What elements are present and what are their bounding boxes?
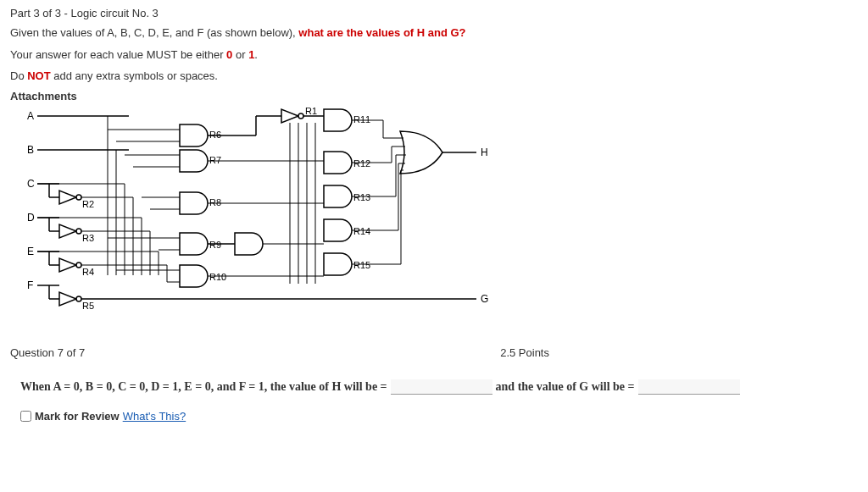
- question-text-2: and the value of G will be =: [496, 380, 635, 394]
- answer-h-input[interactable]: [391, 379, 492, 395]
- svg-text:R5: R5: [82, 301, 94, 311]
- input-b-label: B: [27, 144, 34, 156]
- question-prompt: When A = 0, B = 0, C = 0, D = 1, E = 0, …: [20, 379, 858, 395]
- instr3-not: NOT: [27, 69, 50, 82]
- svg-text:R9: R9: [209, 240, 221, 250]
- svg-point-6: [76, 195, 81, 200]
- gate-extra-and: [235, 233, 263, 255]
- gate-r5: R5: [59, 292, 94, 311]
- input-c-label: C: [27, 178, 35, 190]
- gate-r4: R4: [59, 258, 94, 277]
- mark-review-checkbox[interactable]: [20, 411, 31, 422]
- part-title: Part 3 of 3 - Logic circuit No. 3: [10, 7, 858, 19]
- svg-text:R1: R1: [305, 106, 317, 116]
- svg-text:R6: R6: [209, 130, 221, 140]
- instruction-line-1: Given the values of A, B, C, D, E, and F…: [10, 25, 858, 41]
- svg-text:R11: R11: [353, 114, 370, 124]
- instr2-mid: or: [232, 48, 248, 61]
- gate-r3: R3: [59, 224, 94, 243]
- instr3-suffix: add any extra symbols or spaces.: [51, 69, 218, 82]
- svg-text:R12: R12: [353, 158, 370, 169]
- gate-r1: R1: [281, 106, 317, 123]
- circuit-svg: A B C D E F R2 R3 R4: [19, 106, 527, 343]
- input-d-label: D: [27, 212, 35, 224]
- instr3-prefix: Do: [10, 69, 27, 82]
- instruction-line-2: Your answer for each value MUST be eithe…: [10, 47, 858, 64]
- svg-point-14: [76, 263, 81, 268]
- svg-text:R15: R15: [353, 260, 370, 270]
- svg-point-18: [76, 296, 81, 301]
- output-g-label: G: [481, 293, 488, 305]
- instr1-highlight: what are the values of H and G?: [298, 26, 465, 39]
- output-h-label: H: [481, 146, 488, 158]
- svg-text:R14: R14: [353, 226, 370, 236]
- input-a-label: A: [27, 110, 34, 122]
- svg-text:R4: R4: [82, 267, 94, 277]
- instr1-prefix: Given the values of A, B, C, D, E, and F…: [10, 26, 298, 39]
- svg-text:R7: R7: [209, 155, 221, 165]
- attachments-label: Attachments: [10, 90, 858, 102]
- svg-point-10: [76, 229, 81, 234]
- instr2-suffix: .: [254, 48, 258, 61]
- answer-g-input[interactable]: [638, 379, 740, 395]
- svg-text:R13: R13: [353, 192, 370, 202]
- question-points: 2.5 Points: [500, 346, 549, 359]
- input-e-label: E: [27, 246, 34, 257]
- svg-text:R2: R2: [82, 199, 94, 209]
- svg-point-52: [298, 113, 303, 119]
- mark-review-label: Mark for Review: [35, 410, 120, 423]
- instr2-prefix: Your answer for each value MUST be eithe…: [10, 48, 226, 61]
- question-text-1: When A = 0, B = 0, C = 0, D = 1, E = 0, …: [20, 380, 387, 394]
- svg-text:R3: R3: [82, 233, 94, 243]
- svg-text:R10: R10: [209, 272, 226, 282]
- gate-r2: R2: [59, 191, 94, 209]
- circuit-diagram: A B C D E F R2 R3 R4: [19, 106, 527, 343]
- instruction-line-3: Do NOT add any extra symbols or spaces.: [10, 68, 858, 85]
- gate-or-h: [400, 131, 442, 174]
- whats-this-link[interactable]: What's This?: [123, 410, 186, 423]
- svg-text:R8: R8: [209, 197, 221, 207]
- input-f-label: F: [27, 279, 33, 291]
- question-number: Question 7 of 7: [10, 346, 85, 359]
